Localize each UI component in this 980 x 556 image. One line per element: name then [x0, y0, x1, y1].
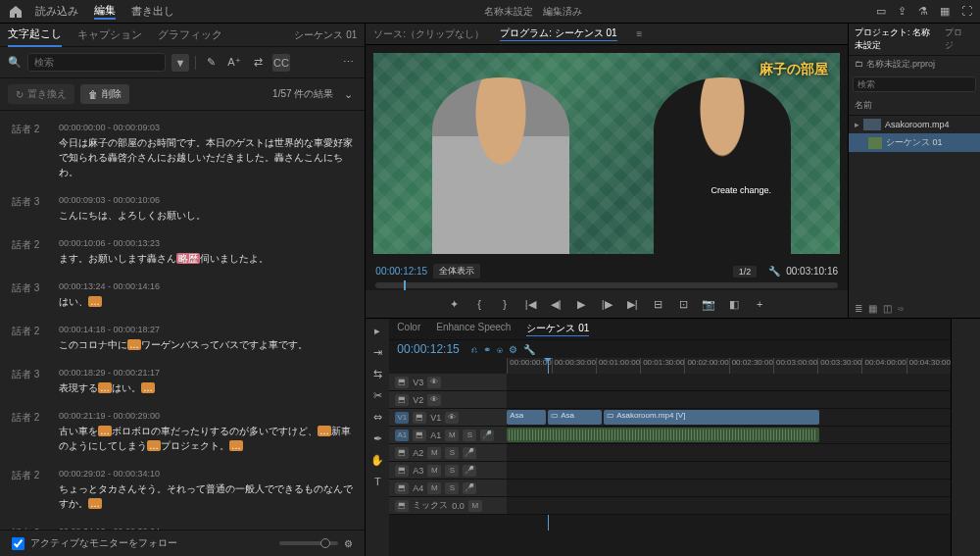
tab-graphic[interactable]: グラフィック — [158, 24, 222, 46]
tab-program[interactable]: プログラム: シーケンス 01 — [500, 26, 616, 41]
settings-icon[interactable]: ⚙ — [509, 344, 517, 355]
segment-text[interactable]: 表現する…はい。… — [59, 380, 353, 395]
tab-transcript[interactable]: 文字起こし — [8, 23, 62, 47]
close-tab-icon[interactable]: ≡ — [637, 28, 643, 39]
fit-dropdown[interactable]: 全体表示 — [433, 264, 480, 278]
scrub-bar[interactable] — [375, 282, 838, 288]
link-icon[interactable]: ⚭ — [483, 344, 491, 355]
clip-v1-b[interactable]: ▭ Asa — [548, 410, 602, 425]
search-input[interactable] — [27, 53, 166, 72]
menu-export[interactable]: 書き出し — [131, 4, 174, 19]
fullscreen-icon[interactable]: ⛶ — [961, 5, 972, 18]
transcript-item[interactable]: 話者 200:00:00:00 - 00:00:09:03今日は麻子の部屋のお時… — [0, 115, 365, 187]
timeline-timecode[interactable]: 00:00:12:15 — [397, 342, 459, 356]
cc-icon[interactable]: CC — [272, 54, 290, 72]
transport-more-icon[interactable]: + — [752, 296, 767, 312]
chevron-down-icon[interactable]: ⌄ — [339, 85, 357, 103]
grid-icon[interactable]: ▦ — [940, 5, 950, 18]
tab-caption[interactable]: キャプション — [77, 24, 142, 46]
go-in-icon[interactable]: |◀ — [522, 296, 538, 312]
tl-tab-enhance[interactable]: Enhance Speech — [436, 322, 511, 336]
follow-monitor-checkbox[interactable] — [12, 537, 24, 550]
expand-icon[interactable]: ▸ — [855, 120, 859, 129]
clip-a1[interactable] — [507, 428, 819, 442]
transcript-item[interactable]: 話者 300:00:34:12 - 00:00:36:24日本はあんまりなキャラ… — [0, 519, 365, 530]
track-a2: ⬒A2MS🎤 — [389, 444, 951, 462]
segment-text[interactable]: はい、… — [59, 294, 353, 309]
razor-tool-icon[interactable]: ✂ — [369, 387, 385, 403]
tab-source[interactable]: ソース:（クリップなし） — [373, 27, 484, 41]
segment-text[interactable]: 古い車を…ボロボロの車だったりするのが多いですけど、…新車のようにしてしまう…プ… — [59, 424, 353, 453]
workspace-icon[interactable]: ▭ — [876, 5, 886, 18]
create-caption-icon[interactable]: ✎ — [202, 54, 220, 72]
speaker-icon[interactable]: A⁺ — [225, 54, 243, 72]
extract-icon[interactable]: ⊡ — [675, 296, 691, 312]
settings-icon[interactable]: ⚙ — [344, 538, 353, 549]
replace-button[interactable]: ↻置き換え — [8, 84, 74, 104]
project-column-header[interactable]: 名前 — [849, 96, 980, 116]
clip-v1-c[interactable]: ▭ Asakoroom.mp4 [V] — [604, 410, 819, 425]
type-tool-icon[interactable]: T — [369, 474, 385, 489]
go-out-icon[interactable]: ▶| — [624, 296, 640, 312]
monitor-tabs: ソース:（クリップなし） プログラム: シーケンス 01 ≡ — [366, 24, 848, 45]
transcript-item[interactable]: 話者 200:00:29:02 - 00:00:34:10ちょっとタカさんそう。… — [0, 461, 365, 519]
project-item-video[interactable]: ▸ Asakoroom.mp4 — [849, 116, 980, 133]
share-icon[interactable]: ⇪ — [898, 5, 906, 18]
zoom-slider[interactable] — [279, 541, 338, 545]
current-timecode[interactable]: 00:00:12:15 — [375, 266, 427, 277]
timeline-ruler[interactable]: 00:00:00:0000:00:30:0000:01:00:0000:01:3… — [507, 358, 951, 374]
tab-project-overflow[interactable]: プロジ — [945, 26, 966, 52]
hand-tool-icon[interactable]: ✋ — [369, 452, 385, 468]
comparison-icon[interactable]: ◧ — [726, 296, 742, 312]
selection-tool-icon[interactable]: ▸ — [369, 323, 385, 338]
freeform-icon[interactable]: ◫ — [883, 303, 892, 314]
delete-button[interactable]: 🗑削除 — [80, 84, 129, 104]
add-marker-icon[interactable]: ✦ — [446, 296, 462, 312]
segment-text[interactable]: ます。お願いします轟さん略歴伺いましたよ。 — [59, 251, 353, 266]
project-item-sequence[interactable]: シーケンス 01 — [849, 133, 980, 152]
list-view-icon[interactable]: ≣ — [855, 303, 862, 314]
merge-icon[interactable]: ⇄ — [249, 54, 267, 72]
transcript-item[interactable]: 話者 300:00:09:03 - 00:00:10:06こんにちは、よろしくお… — [0, 187, 365, 230]
filter-icon[interactable]: ▼ — [172, 54, 189, 72]
menu-import[interactable]: 読み込み — [35, 4, 78, 19]
snap-icon[interactable]: ⎌ — [471, 344, 477, 355]
play-icon[interactable]: ▶ — [573, 296, 589, 312]
slip-tool-icon[interactable]: ⇔ — [369, 409, 385, 425]
transcript-item[interactable]: 話者 200:00:10:06 - 00:00:13:23ます。お願いします轟さ… — [0, 230, 365, 274]
transcript-item[interactable]: 話者 200:00:21:19 - 00:00:29:00古い車を…ボロボロの車… — [0, 403, 365, 461]
wrench-icon[interactable]: 🔧 — [768, 266, 780, 277]
home-icon[interactable] — [8, 4, 24, 20]
export-frame-icon[interactable]: 📷 — [701, 296, 716, 312]
flask-icon[interactable]: ⚗ — [918, 5, 928, 18]
mark-out-icon[interactable]: } — [497, 296, 513, 312]
wrench-icon[interactable]: 🔧 — [523, 344, 535, 355]
zoom-dropdown[interactable]: 1/2 — [733, 266, 758, 278]
step-fwd-icon[interactable]: |▶ — [599, 296, 614, 312]
marker-icon[interactable]: ⍟ — [497, 344, 503, 355]
icon-view-icon[interactable]: ▦ — [868, 303, 877, 314]
transcript-item[interactable]: 話者 300:00:13:24 - 00:00:14:16はい、… — [0, 274, 365, 317]
mark-in-icon[interactable]: { — [471, 296, 487, 312]
lift-icon[interactable]: ⊟ — [650, 296, 665, 312]
more-icon[interactable]: ⋯ — [339, 54, 357, 72]
segment-timecode: 00:00:29:02 - 00:00:34:10 — [59, 469, 353, 479]
sort-icon[interactable]: ⎃ — [898, 303, 904, 314]
pen-tool-icon[interactable]: ✒ — [369, 430, 385, 446]
ripple-tool-icon[interactable]: ⇆ — [369, 366, 385, 381]
tab-project[interactable]: プロジェクト: 名称未設定 — [855, 26, 937, 52]
video-preview[interactable]: 麻子の部屋 Create change. — [373, 53, 840, 254]
tl-tab-sequence[interactable]: シーケンス 01 — [526, 322, 589, 336]
transcript-item[interactable]: 話者 300:00:18:29 - 00:00:21:17表現する…はい。… — [0, 360, 365, 403]
segment-text[interactable]: このコロナ中に…ワーゲンバスってバスですよ車です。 — [59, 337, 353, 352]
step-back-icon[interactable]: ◀| — [548, 296, 564, 312]
tl-tab-color[interactable]: Color — [397, 322, 420, 336]
segment-text[interactable]: 今日は麻子の部屋のお時間です。本日のゲストは世界的な車愛好家で知られる轟啓介さん… — [59, 135, 353, 179]
track-select-tool-icon[interactable]: ⇥ — [369, 344, 385, 360]
segment-text[interactable]: こんにちは、よろしくお願いし。 — [59, 208, 353, 223]
clip-v1-a[interactable]: Asa — [507, 410, 546, 425]
segment-text[interactable]: ちょっとタカさんそう。それって普通の一般人でできるものなんですか。… — [59, 481, 353, 511]
transcript-item[interactable]: 話者 200:00:14:18 - 00:00:18:27このコロナ中に…ワーゲ… — [0, 317, 365, 360]
menu-edit[interactable]: 編集 — [94, 3, 116, 20]
project-search-input[interactable] — [853, 76, 976, 92]
